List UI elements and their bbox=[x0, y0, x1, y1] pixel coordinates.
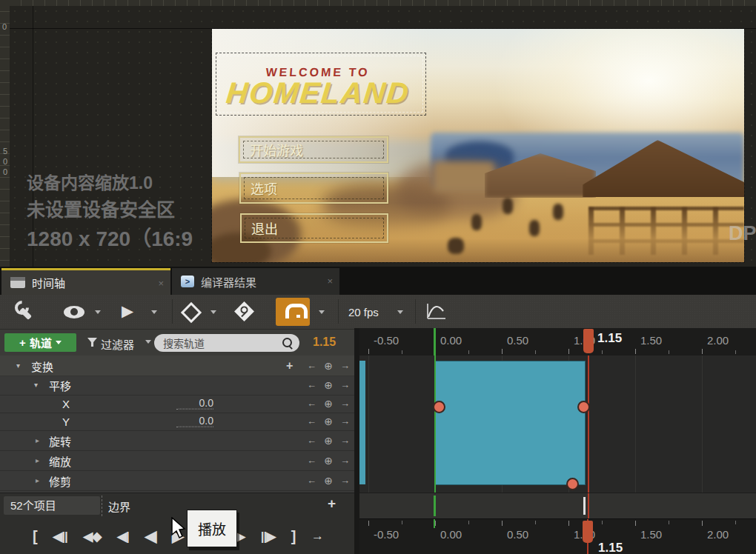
filter-caret[interactable] bbox=[145, 340, 151, 344]
sequencer-icon bbox=[10, 277, 25, 288]
keyframe-options-caret[interactable] bbox=[210, 310, 216, 314]
add-key-icon[interactable]: ⊕ bbox=[324, 455, 333, 467]
add-key-icon[interactable]: ⊕ bbox=[324, 398, 333, 410]
next-key-icon[interactable]: → bbox=[340, 455, 350, 467]
options-button[interactable]: 选项 bbox=[239, 173, 388, 204]
playback-range-start-marker[interactable] bbox=[434, 328, 436, 356]
x-value-field[interactable]: 0.0 bbox=[176, 397, 213, 410]
track-row-rotation[interactable]: ▸ 旋转 ←⊕→ bbox=[0, 430, 354, 451]
keyframe-dot[interactable] bbox=[577, 401, 590, 413]
keyframe-area[interactable] bbox=[359, 356, 756, 493]
track-row-translation[interactable]: ▾ 平移 ←⊕→ bbox=[0, 376, 354, 396]
range-start-marker bbox=[434, 519, 435, 528]
ruler-label-0: 0 bbox=[2, 23, 7, 31]
close-icon[interactable]: × bbox=[158, 278, 164, 288]
previous-key-icon[interactable]: ← bbox=[307, 435, 316, 447]
game-preview[interactable]: WELCOME TO HOMELAND 开始游戏 选项 退出 bbox=[211, 28, 745, 263]
range-scrollbar[interactable] bbox=[359, 493, 756, 519]
start-game-button[interactable]: 开始游戏 bbox=[239, 136, 388, 163]
fps-dropdown[interactable]: 20 fps bbox=[348, 306, 379, 318]
track-row-x[interactable]: X 0.0 ←⊕→ bbox=[0, 395, 354, 413]
vertical-scroll-strip[interactable] bbox=[359, 361, 365, 484]
next-key-icon[interactable]: → bbox=[340, 379, 350, 391]
range-start-line bbox=[434, 356, 436, 493]
track-label-translation: 平移 bbox=[49, 378, 71, 393]
tab-compiler-results[interactable]: > 编译器结果 × bbox=[172, 268, 339, 295]
view-options-eye-icon[interactable] bbox=[64, 306, 84, 318]
to-front-button[interactable]: [ bbox=[33, 528, 37, 545]
preview-figure bbox=[448, 238, 464, 254]
fps-caret[interactable] bbox=[397, 310, 403, 314]
search-tracks-input[interactable] bbox=[157, 335, 276, 352]
view-options-caret[interactable] bbox=[95, 310, 101, 314]
play-reverse-button[interactable]: ◀ bbox=[145, 527, 156, 545]
playback-options-caret[interactable] bbox=[151, 310, 157, 314]
previous-key-icon[interactable]: ← bbox=[307, 455, 316, 467]
add-track-caret bbox=[56, 341, 62, 344]
add-key-icon[interactable]: ⊕ bbox=[324, 379, 333, 391]
bottom-playhead-handle[interactable] bbox=[583, 521, 593, 543]
track-row-scale[interactable]: ▸ 缩放 ←⊕→ bbox=[0, 450, 354, 471]
next-key-icon[interactable]: → bbox=[340, 475, 350, 487]
add-key-icon[interactable]: ⊕ bbox=[324, 475, 333, 487]
snapping-caret[interactable] bbox=[319, 310, 325, 314]
previous-key-icon[interactable]: ← bbox=[307, 475, 316, 487]
add-key-icon[interactable]: ⊕ bbox=[324, 416, 333, 427]
y-value-field[interactable]: 0.0 bbox=[176, 415, 213, 427]
track-row-transform[interactable]: ▾ 变换 + ←⊕→ bbox=[0, 356, 354, 376]
playhead-handle[interactable] bbox=[583, 329, 594, 353]
time-ruler[interactable]: -0.50 0.00 0.50 1.00 1.50 2.00 bbox=[359, 328, 756, 356]
keyframe-dot[interactable] bbox=[566, 478, 579, 490]
to-end-button[interactable]: ] bbox=[291, 528, 296, 545]
next-key-icon[interactable]: → bbox=[340, 435, 350, 447]
filter-funnel-icon[interactable] bbox=[87, 338, 97, 347]
next-key-icon[interactable]: → bbox=[340, 398, 350, 410]
playhead-tick bbox=[588, 493, 589, 519]
previous-key-icon[interactable]: ← bbox=[307, 416, 316, 427]
jump-forward-button[interactable]: ||▶ bbox=[261, 529, 276, 544]
close-icon[interactable]: × bbox=[327, 276, 333, 286]
toolbar-divider bbox=[338, 299, 339, 324]
expand-icon[interactable]: ▾ bbox=[34, 381, 38, 389]
jump-backward-button[interactable]: ◀|| bbox=[53, 529, 67, 544]
snapping-toggle-button[interactable] bbox=[276, 298, 310, 326]
resolution-text: 1280 x 720（16:9 bbox=[27, 222, 193, 252]
previous-key-button[interactable]: ◀◆ bbox=[83, 529, 101, 544]
collapse-icon[interactable]: ▸ bbox=[36, 456, 39, 464]
previous-key-icon[interactable]: ← bbox=[307, 360, 316, 372]
settings-wrench-icon[interactable] bbox=[15, 301, 33, 319]
previous-key-icon[interactable]: ← bbox=[307, 398, 316, 410]
previous-key-icon[interactable]: ← bbox=[307, 379, 316, 391]
playback-options-icon[interactable]: ▶ bbox=[122, 303, 133, 318]
next-key-icon[interactable]: → bbox=[340, 360, 350, 372]
bottom-time-ruler[interactable]: -0.50 0.00 0.50 1.00 1.50 2.00 1.15 bbox=[359, 518, 756, 554]
expand-icon[interactable]: ▾ bbox=[16, 361, 20, 370]
tab-timeline[interactable]: 时间轴 × bbox=[1, 268, 170, 295]
step-backward-button[interactable]: ◀| bbox=[117, 529, 129, 544]
ruler-label: 0.50 bbox=[507, 334, 528, 347]
track-row-shear[interactable]: ▸ 修剪 ←⊕→ bbox=[0, 470, 354, 491]
track-panel-toolbar: + 轨道 过滤器 1.15 bbox=[0, 330, 354, 356]
collapse-icon[interactable]: ▸ bbox=[36, 436, 39, 444]
next-key-icon[interactable]: → bbox=[340, 416, 350, 427]
add-icon[interactable]: + bbox=[328, 495, 336, 512]
add-key-icon[interactable]: ⊕ bbox=[324, 360, 333, 372]
filter-button[interactable]: 过滤器 bbox=[101, 336, 134, 352]
curve-editor-icon[interactable] bbox=[425, 301, 448, 321]
add-track-button[interactable]: + 轨道 bbox=[4, 333, 76, 352]
playhead-time-label: 1.15 bbox=[597, 331, 622, 346]
add-key-icon[interactable]: ⊕ bbox=[324, 435, 333, 447]
track-row-y[interactable]: Y 0.0 ←⊕→ bbox=[0, 413, 354, 431]
current-time-display[interactable]: 1.15 bbox=[313, 336, 336, 349]
toolbar-divider bbox=[172, 299, 173, 324]
animation-section-clip[interactable] bbox=[435, 361, 586, 485]
exit-button[interactable]: 退出 bbox=[240, 213, 388, 243]
panel-splitter[interactable] bbox=[354, 328, 359, 554]
tab-timeline-label: 时间轴 bbox=[32, 275, 65, 290]
keyframe-dot[interactable] bbox=[433, 401, 445, 413]
designer-viewport[interactable]: 0 500 设备内容缩放1.0 未设置设备安全区 1280 x 720（16:9… bbox=[0, 0, 756, 267]
collapse-icon[interactable]: ▸ bbox=[36, 476, 39, 484]
add-section-icon[interactable]: + bbox=[286, 358, 293, 372]
border-track-label[interactable]: 边界 bbox=[108, 498, 130, 514]
playback-mode-button[interactable]: → bbox=[311, 529, 323, 544]
